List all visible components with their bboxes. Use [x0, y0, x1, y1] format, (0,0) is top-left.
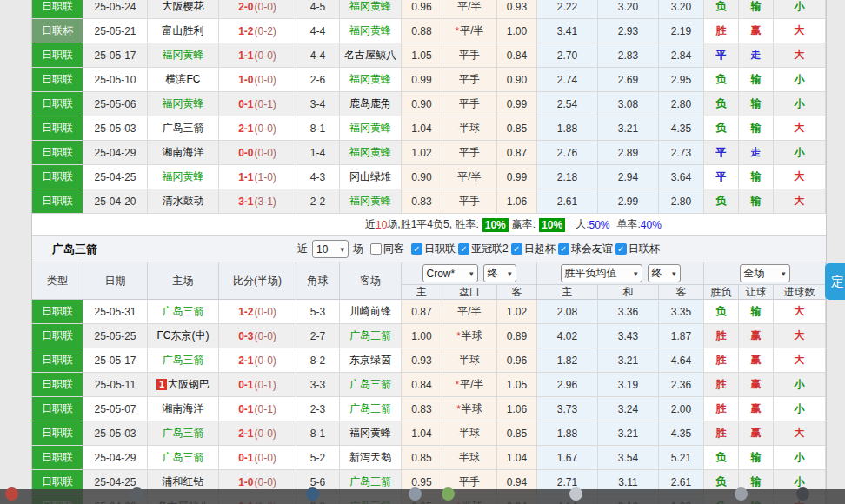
league-badge: 日职联: [32, 397, 83, 421]
draw-odds: 3.19: [598, 373, 659, 397]
home-team-cell[interactable]: 广岛三箭: [148, 300, 219, 324]
taskbar-overlay[interactable]: [0, 489, 845, 504]
home-team-cell[interactable]: 湘南海洋: [148, 397, 219, 421]
checkbox-checked-icon: ✓: [411, 243, 422, 255]
away-team-cell[interactable]: 广岛三箭: [340, 397, 402, 421]
home-team-cell[interactable]: 福冈黄蜂: [148, 43, 219, 68]
table-row: 日职联25-05-03广岛三箭2-1(0-0)8-1福冈黄蜂1.04半球0.85…: [32, 116, 826, 141]
home-team-cell[interactable]: 湘南海洋: [148, 141, 219, 165]
fulltime-score: 1-1: [238, 171, 253, 183]
fulltime-score: 0-1: [238, 98, 253, 110]
fulltime-score: 1-0: [238, 476, 253, 488]
league-filter-日职联[interactable]: ✓日职联: [411, 242, 456, 256]
sub-header-win: 主: [537, 285, 598, 300]
home-team-cell[interactable]: 富山胜利: [148, 19, 219, 43]
away-team-cell[interactable]: 福冈黄蜂: [340, 0, 402, 19]
away-team-cell[interactable]: 川崎前锋: [340, 300, 402, 324]
result-handicap: 赢: [739, 19, 774, 43]
scope-select[interactable]: 全场 ▾: [740, 264, 790, 282]
result-wdl: 负: [704, 300, 739, 324]
away-team-cell[interactable]: 新泻天鹅: [340, 446, 402, 470]
league-filter-日联杯[interactable]: ✓日联杯: [615, 242, 660, 256]
handicap-home-odds: 1.05: [402, 43, 442, 68]
result-handicap: 输: [739, 68, 774, 92]
home-team-cell[interactable]: 广岛三箭: [148, 421, 219, 446]
home-team-cell[interactable]: 1大阪钢巴: [148, 373, 219, 397]
home-team-cell[interactable]: 广岛三箭: [148, 348, 219, 373]
odds-stage-select-2[interactable]: 终 ▾: [648, 264, 681, 282]
league-badge: 日联杯: [32, 19, 83, 43]
col-header-corner: 角球: [296, 262, 340, 300]
away-team-cell[interactable]: 名古屋鲸八: [340, 43, 402, 68]
taskbar-icon-1[interactable]: [5, 487, 18, 501]
away-team-cell[interactable]: 福冈黄蜂: [340, 116, 402, 141]
draw-odds: 2.89: [598, 141, 659, 165]
handicap-away-odds: 0.93: [497, 0, 537, 19]
home-team-cell[interactable]: 福冈黄蜂: [148, 165, 219, 189]
away-team-cell[interactable]: 福冈黄蜂: [340, 189, 402, 214]
score-cell: 0-0(0-0): [219, 141, 296, 165]
win-odds: 1.88: [537, 116, 598, 141]
taskbar-icon-8[interactable]: [796, 487, 809, 501]
lose-odds: 4.35: [659, 116, 704, 141]
taskbar-icon-7[interactable]: [735, 487, 748, 501]
home-team-cell[interactable]: 广岛三箭: [148, 446, 219, 470]
result-handicap: 赢: [739, 348, 774, 373]
corner-cell: 4-3: [296, 165, 340, 189]
corner-cell: 8-1: [296, 421, 340, 446]
league-filter-日超杯[interactable]: ✓日超杯: [511, 242, 556, 256]
home-team-cell[interactable]: 清水鼓动: [148, 189, 219, 214]
table-row: 日职联25-05-17广岛三箭2-1(0-0)8-2东京绿茵0.93半球0.96…: [32, 348, 826, 373]
halftime-score: (0-1): [255, 98, 276, 110]
handicap-away-odds: 0.89: [497, 324, 537, 348]
away-team-cell[interactable]: 东京绿茵: [340, 348, 402, 373]
bookmaker-select[interactable]: Crow* ▾: [422, 264, 478, 282]
result-handicap: 输: [739, 92, 774, 116]
side-float-button[interactable]: 定: [825, 263, 845, 300]
win-odds: 2.76: [537, 141, 598, 165]
col-header-home: 主场: [148, 262, 219, 300]
league-filter-亚冠联2[interactable]: ✓亚冠联2: [458, 242, 509, 256]
win-odds: 3.41: [537, 19, 598, 43]
near-label: 近: [297, 242, 308, 256]
away-team-cell[interactable]: 福冈黄蜂: [340, 19, 402, 43]
away-team-cell[interactable]: 福冈黄蜂: [340, 68, 402, 92]
draw-odds: 2.93: [598, 19, 659, 43]
away-team-cell[interactable]: 福冈黄蜂: [340, 421, 402, 446]
away-team-cell[interactable]: 鹿岛鹿角: [340, 92, 402, 116]
league-badge: 日职联: [32, 324, 83, 348]
draw-odds: 3.21: [598, 348, 659, 373]
taskbar-icon-5[interactable]: [442, 487, 455, 501]
check-icon: ✓: [513, 245, 520, 254]
avg-odds-select[interactable]: 胜平负均值 ▾: [561, 264, 642, 282]
home-team-cell[interactable]: 福冈黄蜂: [148, 92, 219, 116]
away-team-cell[interactable]: 广岛三箭: [340, 373, 402, 397]
home-team-cell[interactable]: 广岛三箭: [148, 116, 219, 141]
league-filter-球会友谊[interactable]: ✓球会友谊: [558, 242, 613, 256]
taskbar-icon-4[interactable]: [409, 487, 422, 501]
lose-odds: 3.64: [659, 165, 704, 189]
handicap-cell: *平/半: [442, 373, 497, 397]
home-team-cell[interactable]: 大阪樱花: [148, 0, 219, 19]
corner-cell: 8-2: [296, 348, 340, 373]
league-badge: 日职联: [32, 446, 83, 470]
score-cell: 1-2(0-0): [219, 300, 296, 324]
win-odds: 2.18: [537, 165, 598, 189]
games-count-select[interactable]: 10 ▾: [312, 240, 349, 258]
home-team-cell[interactable]: 横滨FC: [148, 68, 219, 92]
away-team-cell[interactable]: 冈山绿雉: [340, 165, 402, 189]
handicap-away-odds: 0.96: [497, 348, 537, 373]
home-team-cell[interactable]: FC东京(中): [148, 324, 219, 348]
away-team-cell[interactable]: 福冈黄蜂: [340, 141, 402, 165]
odds-stage-select-1[interactable]: 终 ▾: [483, 264, 516, 282]
bottom-table-header: 类型 日期 主场 比分(半场) 角球 客场 Crow* ▾ 终 ▾ 胜平负均值 …: [32, 262, 826, 300]
chevron-down-icon: ▾: [672, 269, 676, 278]
taskbar-icon-3[interactable]: [306, 487, 319, 501]
same-away-checkbox[interactable]: 同客: [370, 242, 404, 256]
odds-stage-value-2: 终: [652, 266, 662, 281]
taskbar-icon-6[interactable]: [569, 487, 582, 501]
away-team-cell[interactable]: 广岛三箭: [340, 324, 402, 348]
taskbar-icon-2[interactable]: [130, 487, 143, 501]
handicap-away-odds: 0.99: [497, 165, 537, 189]
checkbox-checked-icon: ✓: [511, 243, 522, 255]
